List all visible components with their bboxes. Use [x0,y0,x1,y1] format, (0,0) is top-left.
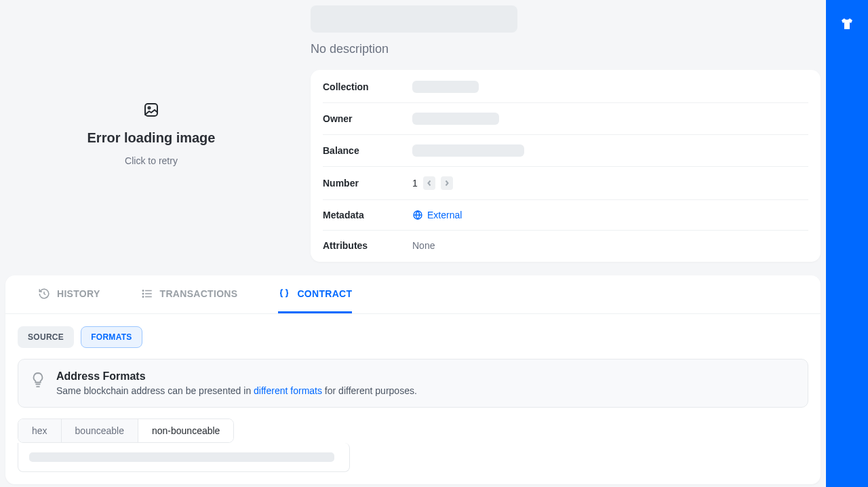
right-sidebar [826,0,868,487]
svg-point-5 [142,296,144,297]
shirt-icon[interactable] [839,16,855,35]
notice-body: Same blockchain address can be presented… [56,385,417,396]
attributes-value: None [412,240,435,251]
tab-history[interactable]: HISTORY [38,275,100,313]
image-error-icon [143,102,159,121]
tab-transactions[interactable]: TRANSACTIONS [141,275,238,313]
collection-value-skeleton [412,81,479,93]
image-error-subtitle: Click to retry [125,155,178,166]
braces-icon [278,288,290,300]
tab-contract-label: CONTRACT [297,288,352,299]
svg-point-3 [142,290,144,291]
number-value: 1 [412,178,418,189]
metadata-link-text: External [427,210,462,220]
info-card: Collection Owner Balance Number 1 [311,70,821,262]
globe-icon [412,210,423,220]
title-skeleton [311,5,517,33]
number-prev-button[interactable] [423,176,435,190]
subtab-formats[interactable]: FORMATS [81,326,142,348]
different-formats-link[interactable]: different formats [254,385,322,396]
format-tab-non-bounceable[interactable]: non-bounceable [138,419,233,442]
subtab-source[interactable]: SOURCE [18,326,74,348]
image-placeholder[interactable]: Error loading image Click to retry [5,5,297,262]
number-next-button[interactable] [441,176,453,190]
balance-label: Balance [323,145,412,156]
address-value-skeleton [29,452,334,462]
balance-value-skeleton [412,144,524,157]
lightbulb-icon [31,372,45,392]
format-tab-bounceable[interactable]: bounceable [62,419,138,442]
owner-value-skeleton [412,113,499,125]
owner-label: Owner [323,113,412,124]
svg-point-4 [142,293,144,294]
history-icon [38,288,50,300]
image-error-title: Error loading image [87,130,216,146]
format-tab-hex[interactable]: hex [18,419,62,442]
address-output-box [18,443,350,472]
tab-history-label: HISTORY [57,288,100,299]
contract-card: HISTORY TRANSACTIONS CONTRACT [5,275,821,484]
collection-label: Collection [323,81,412,92]
tab-contract[interactable]: CONTRACT [278,275,352,313]
metadata-external-link[interactable]: External [412,210,462,220]
tab-transactions-label: TRANSACTIONS [160,288,238,299]
description-text: No description [311,42,821,56]
attributes-label: Attributes [323,240,412,251]
number-label: Number [323,178,412,189]
notice-title: Address Formats [56,370,417,383]
metadata-label: Metadata [323,210,412,220]
address-formats-notice: Address Formats Same blockchain address … [18,359,808,408]
svg-point-1 [149,106,151,109]
list-icon [141,288,153,300]
